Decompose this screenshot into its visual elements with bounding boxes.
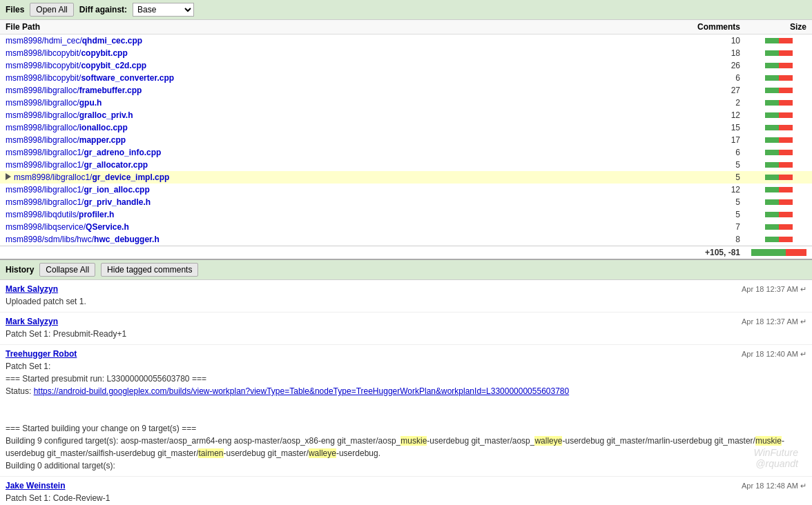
- table-row: msm8998/hdmi_cec/qhdmi_cec.cpp10: [0, 34, 812, 48]
- file-name-link[interactable]: copybit_c2d.cpp: [81, 61, 146, 70]
- file-name-link[interactable]: QService.h: [86, 222, 129, 232]
- file-path-prefix[interactable]: msm8998/libgralloc1/: [14, 172, 92, 182]
- history-entry: Treehugger RobotApr 18 12:40 AM ↵Patch S…: [0, 345, 812, 477]
- deletions-bar: [779, 212, 793, 217]
- file-path-prefix[interactable]: msm8998/libgralloc/: [6, 135, 79, 145]
- file-path-prefix[interactable]: msm8998/libgralloc/: [6, 110, 79, 120]
- file-path-prefix[interactable]: msm8998/sdm/libs/hwc/: [6, 235, 94, 244]
- file-path-prefix[interactable]: msm8998/libgralloc/: [6, 86, 79, 95]
- additions-bar: [765, 237, 779, 242]
- commit-message-cell: [548, 97, 581, 109]
- size-bar-cell: [746, 34, 812, 48]
- file-path-prefix[interactable]: msm8998/libgralloc1/: [6, 197, 84, 207]
- diff-against-label: Diff against:: [79, 5, 127, 14]
- file-path-prefix[interactable]: msm8998/libgralloc/: [6, 123, 79, 132]
- file-name-link[interactable]: gralloc_priv.h: [79, 110, 133, 120]
- history-section: History Collapse All Hide tagged comment…: [0, 260, 812, 505]
- file-path-prefix[interactable]: msm8998/libcopybit/: [6, 61, 81, 70]
- history-entries-container: Mark SalyzynApr 18 12:37 AM ↵Uploaded pa…: [0, 280, 812, 505]
- comments-count: 18: [581, 47, 746, 59]
- file-path-cell: msm8998/hdmi_cec/qhdmi_cec.cpp: [0, 34, 548, 48]
- file-path-prefix[interactable]: msm8998/hdmi_cec/: [6, 36, 82, 46]
- size-bar-cell: [746, 171, 812, 184]
- comments-count: 5: [581, 196, 746, 208]
- size-bar-cell: [746, 59, 812, 72]
- commit-message-cell: [548, 171, 581, 184]
- size-bar: [765, 137, 793, 143]
- commit-message-cell: [548, 121, 581, 134]
- file-path-prefix[interactable]: msm8998/libcopybit/: [6, 48, 81, 58]
- table-row: msm8998/libgralloc1/gr_adreno_info.cpp6: [0, 146, 812, 159]
- file-name-link[interactable]: framebuffer.cpp: [79, 86, 142, 95]
- author-name[interactable]: Mark Salyzyn: [6, 284, 58, 294]
- commit-message-cell: [548, 109, 581, 121]
- file-name-link[interactable]: gr_device_impl.cpp: [92, 172, 169, 182]
- size-bar-cell: [746, 47, 812, 59]
- file-name-link[interactable]: hwc_debugger.h: [94, 235, 160, 244]
- author-name[interactable]: Treehugger Robot: [6, 349, 77, 359]
- entry-header: Mark SalyzynApr 18 12:37 AM ↵: [6, 317, 806, 326]
- file-path-cell: msm8998/libgralloc1/gr_adreno_info.cpp: [0, 146, 548, 159]
- total-empty-1: [0, 246, 548, 259]
- history-header: History Collapse All Hide tagged comment…: [0, 260, 812, 280]
- table-row: msm8998/libgralloc/framebuffer.cpp27: [0, 84, 812, 97]
- file-path-cell: msm8998/libgralloc/gralloc_priv.h: [0, 109, 548, 121]
- file-name-link[interactable]: software_converter.cpp: [81, 73, 174, 83]
- size-bar: [765, 212, 793, 217]
- file-path-prefix[interactable]: msm8998/libqdutils/: [6, 210, 79, 219]
- file-name-link[interactable]: gr_priv_handle.h: [84, 197, 151, 207]
- file-path-cell: msm8998/libgralloc/framebuffer.cpp: [0, 84, 548, 97]
- file-name-link[interactable]: gr_ion_alloc.cpp: [84, 185, 149, 195]
- comments-count: 15: [581, 121, 746, 134]
- size-bar: [765, 199, 793, 205]
- file-path-cell: msm8998/sdm/libs/hwc/hwc_debugger.h: [0, 233, 548, 246]
- file-name-link[interactable]: gr_adreno_info.cpp: [84, 148, 161, 157]
- additions-bar: [765, 175, 779, 180]
- file-path-cell: msm8998/libgralloc/gpu.h: [0, 97, 548, 109]
- file-path-cell: msm8998/libcopybit/copybit_c2d.cpp: [0, 59, 548, 72]
- file-name-link[interactable]: qhdmi_cec.cpp: [82, 36, 142, 46]
- commit-message-cell: [548, 134, 581, 146]
- table-row: msm8998/libgralloc/mapper.cpp17: [0, 134, 812, 146]
- file-path-prefix[interactable]: msm8998/libgralloc1/: [6, 148, 84, 157]
- status-link[interactable]: https://android-build.googleplex.com/bui…: [34, 386, 570, 396]
- author-name[interactable]: Mark Salyzyn: [6, 317, 58, 326]
- collapse-all-button[interactable]: Collapse All: [39, 263, 95, 277]
- author-name[interactable]: Jake Weinstein: [6, 481, 65, 491]
- comments-count: 6: [581, 72, 746, 84]
- table-row: msm8998/libgralloc/gpu.h2: [0, 97, 812, 109]
- table-row: msm8998/libcopybit/software_converter.cp…: [0, 72, 812, 84]
- comments-count: 5: [581, 208, 746, 221]
- deletions-bar: [779, 63, 793, 68]
- deletions-bar: [779, 125, 793, 130]
- diff-against-select[interactable]: Base Patch Set 1 Patch Set 2: [133, 3, 194, 17]
- file-name-link[interactable]: ionalloc.cpp: [79, 123, 128, 132]
- open-all-button[interactable]: Open All: [30, 3, 73, 17]
- file-path-prefix[interactable]: msm8998/libgralloc1/: [6, 185, 84, 195]
- history-entry: Mark SalyzynApr 18 12:37 AM ↵Uploaded pa…: [0, 280, 812, 313]
- file-path-prefix[interactable]: msm8998/libqservice/: [6, 222, 86, 232]
- file-name-link[interactable]: gpu.h: [79, 98, 102, 108]
- size-bar-cell: [746, 84, 812, 97]
- table-row: msm8998/libcopybit/copybit_c2d.cpp26: [0, 59, 812, 72]
- history-title: History: [6, 265, 34, 275]
- deletions-bar: [779, 162, 793, 168]
- entry-header: Jake WeinsteinApr 18 12:48 AM ↵: [6, 481, 806, 491]
- comments-count: 27: [581, 84, 746, 97]
- file-path-prefix[interactable]: msm8998/libgralloc/: [6, 98, 79, 108]
- file-path-prefix[interactable]: msm8998/libgralloc1/: [6, 160, 84, 170]
- file-path-cell: msm8998/libqdutils/profiler.h: [0, 208, 548, 221]
- file-name-link[interactable]: mapper.cpp: [79, 135, 126, 145]
- size-bar-cell: [746, 196, 812, 208]
- files-table: File Path Comments Size msm8998/hdmi_cec…: [0, 20, 812, 259]
- file-name-link[interactable]: profiler.h: [79, 210, 114, 219]
- deletions-bar: [779, 187, 793, 192]
- table-row: msm8998/libgralloc1/gr_ion_alloc.cpp12: [0, 184, 812, 196]
- file-name-link[interactable]: gr_allocator.cpp: [84, 160, 148, 170]
- file-path-prefix[interactable]: msm8998/libcopybit/: [6, 73, 81, 83]
- comments-count: 2: [581, 97, 746, 109]
- file-path-cell: msm8998/libcopybit/software_converter.cp…: [0, 72, 548, 84]
- file-name-link[interactable]: copybit.cpp: [81, 48, 127, 58]
- deletions-bar: [779, 50, 793, 56]
- hide-tagged-button[interactable]: Hide tagged comments: [101, 263, 198, 277]
